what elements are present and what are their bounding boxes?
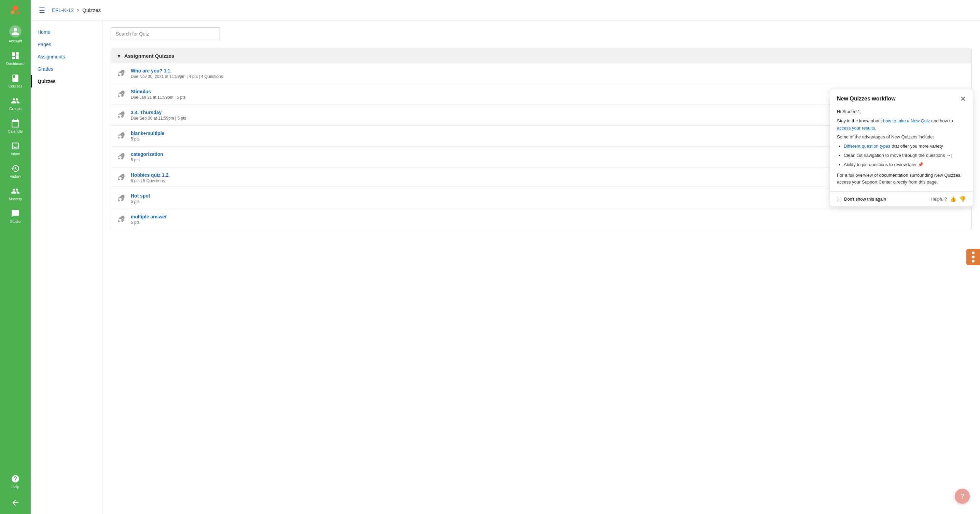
quiz-info: multiple answer 5 pts: [131, 214, 966, 225]
sidebar-item-account[interactable]: Account: [0, 22, 31, 46]
sidebar-item-inbox[interactable]: Inbox: [0, 138, 31, 159]
sidebar-item-mastery[interactable]: Mastery: [0, 183, 31, 204]
section-title: Assignment Quizzes: [124, 53, 175, 59]
quiz-rocket-icon: [116, 152, 126, 162]
sticky-note[interactable]: [966, 249, 980, 265]
nav-quizzes[interactable]: Quizzes: [31, 75, 102, 88]
svg-point-0: [13, 5, 18, 11]
sidebar-item-courses[interactable]: Courses: [0, 70, 31, 92]
new-quizzes-popup: New Quizzes workflow ✕ Hi Student1, Stay…: [830, 89, 973, 207]
quiz-info: Who are you? 1.1. Due Nov 30, 2021 at 11…: [131, 68, 966, 79]
dont-show-checkbox[interactable]: [837, 197, 842, 201]
help-fab-button[interactable]: ?: [955, 489, 970, 504]
quiz-item[interactable]: multiple answer 5 pts: [111, 209, 972, 230]
quiz-meta: 5 pts: [131, 220, 966, 225]
popup-intro: Stay in the know about: [837, 118, 883, 123]
quiz-name[interactable]: multiple answer: [131, 214, 966, 219]
nav-assignments[interactable]: Assignments: [31, 51, 102, 63]
helpful-label: Helpful?: [931, 196, 947, 202]
helpful-section: Helpful? 👍 👎: [931, 196, 966, 202]
quiz-rocket-icon: [116, 215, 126, 224]
popup-link2[interactable]: access your results: [837, 125, 875, 131]
sidebar-item-groups[interactable]: Groups: [0, 93, 31, 114]
advantage-1: Different question types that offer you …: [844, 143, 966, 150]
quiz-rocket-icon: [116, 194, 126, 203]
hamburger-menu[interactable]: ☰: [39, 6, 45, 14]
svg-point-2: [16, 11, 20, 15]
popup-link1[interactable]: how to take a New Quiz: [883, 118, 930, 123]
current-page-label: Quizzes: [82, 7, 101, 13]
sidebar: Account Dashboard Courses Groups Calenda…: [0, 0, 31, 514]
nav-pages[interactable]: Pages: [31, 38, 102, 51]
sidebar-item-calendar[interactable]: Calendar: [0, 115, 31, 137]
quiz-rocket-icon: [116, 89, 126, 99]
dont-show-text: Don't show this again: [844, 196, 886, 202]
sidebar-back-button[interactable]: [0, 495, 31, 511]
topbar: ☰ EFL-K-12 > Quizzes: [31, 0, 980, 21]
advantage-link-1[interactable]: Different question types: [844, 144, 890, 148]
quiz-section-header: ▼ Assignment Quizzes: [111, 49, 972, 63]
sidebar-item-history[interactable]: History: [0, 161, 31, 182]
thumbs-up-button[interactable]: 👍: [950, 196, 956, 202]
advantage-2: Clean cut navigation to move through the…: [844, 152, 966, 159]
quiz-rocket-icon: [116, 173, 126, 182]
app-logo[interactable]: [8, 3, 22, 17]
popup-greeting: Hi Student1,: [837, 109, 862, 114]
sidebar-item-studio[interactable]: Studio: [0, 206, 31, 227]
quiz-name[interactable]: Who are you? 1.1.: [131, 68, 966, 73]
popup-body: Hi Student1, Stay in the know about how …: [830, 105, 973, 192]
thumbs-down-button[interactable]: 👎: [959, 196, 966, 202]
popup-advantages-list: Different question types that offer you …: [844, 143, 966, 168]
popup-close-button[interactable]: ✕: [960, 95, 966, 103]
quiz-rocket-icon: [116, 69, 126, 78]
breadcrumb: EFL-K-12 > Quizzes: [52, 7, 101, 13]
popup-title: New Quizzes workflow: [837, 96, 896, 102]
popup-footer-text: For a full overview of documentation sur…: [837, 172, 966, 186]
course-navigation: Home Pages Assignments Grades Quizzes: [31, 21, 102, 514]
search-input[interactable]: [111, 27, 220, 40]
sticky-dot-2: [972, 255, 975, 259]
quiz-rocket-icon: [116, 110, 126, 120]
sticky-dot-3: [972, 260, 975, 262]
course-name[interactable]: EFL-K-12: [52, 7, 74, 13]
quiz-rocket-icon: [116, 131, 126, 141]
breadcrumb-separator: >: [76, 7, 80, 13]
collapse-icon[interactable]: ▼: [116, 53, 122, 59]
main-content: ▼ Assignment Quizzes Who are you? 1.1. D…: [102, 21, 980, 514]
quiz-item[interactable]: Who are you? 1.1. Due Nov 30, 2021 at 11…: [111, 63, 972, 84]
nav-home[interactable]: Home: [31, 26, 102, 38]
nav-grades[interactable]: Grades: [31, 63, 102, 75]
svg-point-1: [11, 10, 15, 14]
advantage-3: Ability to pin questions to review later…: [844, 161, 966, 169]
sidebar-item-help[interactable]: Help: [0, 471, 31, 492]
quiz-meta: Due Nov 30, 2021 at 11:59pm | 4 pts | 4 …: [131, 74, 966, 79]
sticky-dot-1: [972, 252, 975, 254]
sidebar-item-dashboard[interactable]: Dashboard: [0, 48, 31, 69]
popup-advantages-intro: Some of the advantages of New Quizzes in…: [837, 134, 966, 141]
dont-show-label[interactable]: Don't show this again: [837, 196, 886, 202]
